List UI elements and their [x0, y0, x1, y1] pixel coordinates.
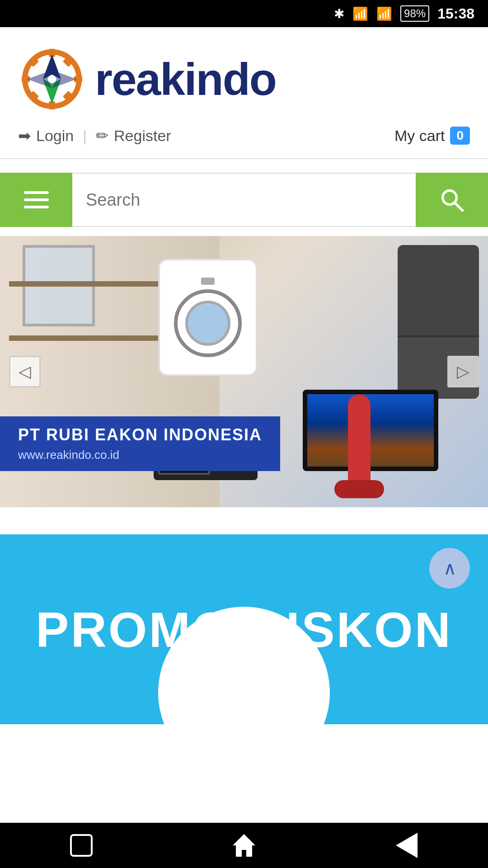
header-divider [0, 158, 488, 159]
section-gap [0, 507, 488, 534]
signal-icon: 📶 [376, 6, 392, 21]
vacuum-base [334, 480, 384, 498]
tv-screen [303, 390, 438, 471]
recent-apps-button[interactable] [63, 832, 99, 859]
status-icons: ✱ 📶 📶 98% 15:38 [334, 5, 474, 22]
nav-divider: | [83, 127, 87, 145]
wm-inner [185, 301, 230, 346]
login-icon: ➡ [18, 127, 31, 145]
search-input[interactable] [86, 190, 402, 210]
register-label: Register [114, 127, 171, 145]
search-bar-container [0, 164, 488, 236]
search-input-wrapper [72, 173, 416, 227]
nav-bar: ➡ Login | ✏ Register My cart 0 [0, 122, 488, 154]
menu-button[interactable] [0, 173, 72, 227]
washing-machine [158, 259, 258, 376]
login-label: Login [36, 127, 74, 145]
status-time: 15:38 [437, 5, 474, 22]
home-button[interactable] [226, 832, 262, 859]
banner-text-overlay: PT RUBI EAKON INDONESIA www.reakindo.co.… [0, 416, 280, 471]
status-bar: ✱ 📶 📶 98% 15:38 [0, 0, 488, 27]
promo-title: PROMO DISKON [36, 601, 452, 658]
hamburger-line-1 [24, 191, 49, 194]
wm-drum [174, 289, 242, 357]
home-icon [230, 832, 258, 859]
battery-indicator: 98% [400, 5, 429, 22]
banner-website: www.reakindo.co.id [18, 448, 262, 462]
hamburger-line-2 [24, 198, 49, 201]
search-button[interactable] [416, 173, 488, 227]
hero-next-arrow[interactable]: ▷ [447, 356, 479, 387]
back-button[interactable] [389, 832, 425, 859]
chevron-up-icon: ∧ [443, 558, 456, 579]
register-icon: ✏ [96, 127, 108, 145]
cart-count-badge: 0 [450, 127, 470, 145]
cart-area[interactable]: My cart 0 [394, 127, 470, 145]
logo-text: reakindo [95, 53, 276, 105]
vacuum-cleaner [348, 394, 371, 494]
hamburger-line-3 [24, 206, 49, 208]
logo-icon [18, 45, 86, 113]
logo-container: reakindo [18, 45, 276, 113]
hero-prev-arrow[interactable]: ◁ [9, 356, 41, 387]
svg-marker-16 [233, 834, 255, 857]
scroll-top-button[interactable]: ∧ [429, 548, 470, 589]
cart-label: My cart [394, 127, 445, 145]
wifi-icon: 📶 [352, 6, 368, 21]
hamburger-icon [24, 191, 49, 208]
promo-banner: PROMO DISKON ∧ [0, 534, 488, 724]
bottom-nav-bar [0, 823, 488, 868]
nav-left: ➡ Login | ✏ Register [18, 127, 171, 145]
svg-line-15 [455, 203, 463, 211]
banner-company-name: PT RUBI EAKON INDONESIA [18, 425, 262, 444]
register-link[interactable]: ✏ Register [96, 127, 171, 145]
login-link[interactable]: ➡ Login [18, 127, 74, 145]
search-icon [440, 188, 465, 212]
back-icon [396, 833, 418, 858]
bluetooth-icon: ✱ [334, 6, 344, 21]
header: reakindo [0, 27, 488, 122]
square-icon [70, 834, 93, 857]
hero-banner: ◁ ▷ PT RUBI EAKON INDONESIA www.reakindo… [0, 236, 488, 507]
